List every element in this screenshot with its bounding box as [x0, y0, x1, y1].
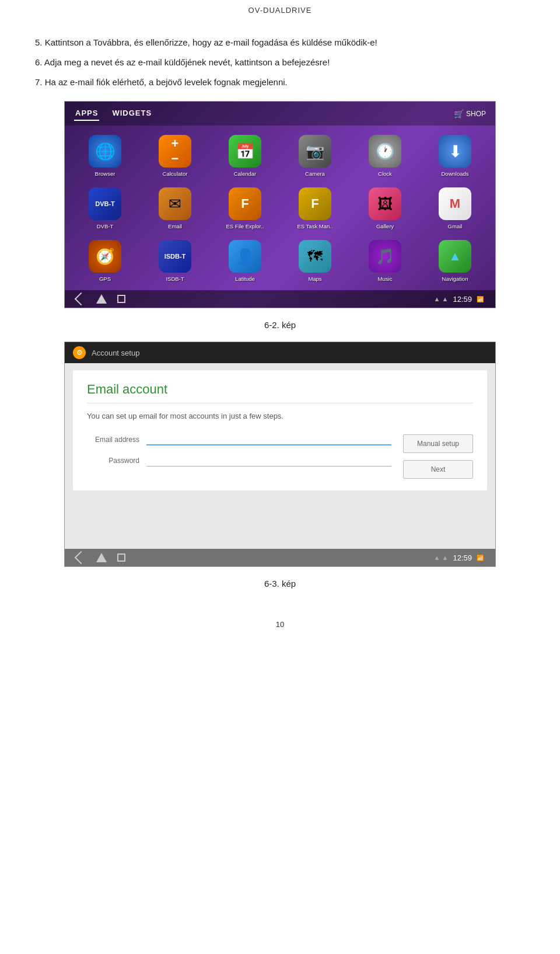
- figure-1-screenshot: APPS WIDGETS 🛒 SHOP 🌐 Browser: [64, 101, 496, 308]
- gmail-icon: M: [439, 187, 471, 220]
- gmail-label: Gmail: [448, 223, 463, 229]
- paragraph-5: 5. Kattintson a Továbbra, és ellenőrizze…: [35, 36, 525, 50]
- downloads-label: Downloads: [442, 170, 469, 177]
- bottom-nav-icons: [76, 294, 125, 304]
- figure-1-caption: 6-2. kép: [35, 320, 525, 330]
- email-fields: Email address Password: [87, 433, 391, 479]
- calendar-icon: 📅: [229, 135, 261, 168]
- tab-apps[interactable]: APPS: [74, 106, 99, 121]
- paragraph-6: 6. Adja meg a nevet és az e-mail küldőjé…: [35, 55, 525, 69]
- tab-widgets[interactable]: WIDGETS: [111, 106, 153, 121]
- maps-label: Maps: [308, 276, 321, 282]
- navigation-icon: ▲: [439, 240, 471, 273]
- figure-2-screenshot: ⚙ Account setup Email account You can se…: [64, 342, 496, 567]
- email-top-bar: ⚙ Account setup: [65, 342, 495, 363]
- email-label: Email: [168, 223, 182, 229]
- maps-icon: 🗺: [299, 240, 331, 273]
- next-button[interactable]: Next: [403, 460, 473, 479]
- page-number: 10: [0, 611, 560, 638]
- gallery-icon: 🖼: [369, 187, 401, 220]
- app-estask[interactable]: F ES Task Man..: [282, 184, 348, 233]
- app-camera[interactable]: 📷 Camera: [282, 131, 348, 180]
- email-form-content: Email account You can set up email for m…: [73, 370, 487, 490]
- clock-icon: 🕐: [369, 135, 401, 168]
- account-setup-title: Account setup: [92, 349, 139, 357]
- clock-display: 12:59: [453, 295, 472, 304]
- email-action-buttons: Manual setup Next: [403, 433, 473, 479]
- music-label: Music: [378, 276, 393, 282]
- email-form-area: Email address Password Manual setup Next: [87, 433, 473, 479]
- app-browser[interactable]: 🌐 Browser: [72, 131, 138, 180]
- calculator-icon: +−: [159, 135, 191, 168]
- navigation-label: Navigation: [442, 276, 468, 282]
- gps-icon: 🧭: [89, 240, 121, 273]
- password-label: Password: [87, 457, 139, 465]
- email-address-input[interactable]: [146, 433, 391, 445]
- status-area: ▲ ▲ 12:59 📶: [434, 295, 484, 304]
- latitude-icon: 👤: [229, 240, 261, 273]
- apps-grid: 🌐 Browser +− Calculator 📅 Calendar 📷 Cam…: [65, 126, 495, 290]
- app-navigation[interactable]: ▲ Navigation: [422, 236, 488, 285]
- manual-setup-button[interactable]: Manual setup: [403, 434, 473, 453]
- isdbt-label: ISDB-T: [166, 276, 184, 282]
- app-calculator[interactable]: +− Calculator: [142, 131, 208, 180]
- esfile-label: ES File Explor..: [226, 223, 264, 229]
- app-gmail[interactable]: M Gmail: [422, 184, 488, 233]
- esfile-icon: F: [229, 187, 261, 220]
- camera-icon: 📷: [299, 135, 331, 168]
- downloads-icon: ⬇: [439, 135, 471, 168]
- email-subtitle: You can set up email for most accounts i…: [87, 412, 473, 420]
- home-icon[interactable]: [96, 294, 107, 304]
- android-bottom-bar: ▲ ▲ 12:59 📶: [65, 290, 495, 308]
- app-isdbt[interactable]: ISDB-T ISDB-T: [142, 236, 208, 285]
- app-downloads[interactable]: ⬇ Downloads: [422, 131, 488, 180]
- estask-label: ES Task Man..: [297, 223, 332, 229]
- email-clock-display: 12:59: [453, 553, 472, 562]
- app-email[interactable]: ✉ Email: [142, 184, 208, 233]
- android-app-drawer: APPS WIDGETS 🛒 SHOP 🌐 Browser: [65, 102, 495, 308]
- app-esfile[interactable]: F ES File Explor..: [212, 184, 278, 233]
- app-clock[interactable]: 🕐 Clock: [352, 131, 418, 180]
- android-tabs: APPS WIDGETS: [74, 106, 153, 121]
- app-gps[interactable]: 🧭 GPS: [72, 236, 138, 285]
- figure-2-caption: 6-3. kép: [35, 579, 525, 589]
- camera-label: Camera: [305, 170, 325, 177]
- email-account-screen: ⚙ Account setup Email account You can se…: [65, 342, 495, 566]
- shop-button[interactable]: 🛒 SHOP: [454, 109, 486, 119]
- password-row: Password: [87, 455, 391, 466]
- recent-icon[interactable]: [117, 295, 125, 303]
- clock-label: Clock: [378, 170, 392, 177]
- app-latitude[interactable]: 👤 Latitude: [212, 236, 278, 285]
- recent-icon-2[interactable]: [117, 553, 125, 562]
- gallery-label: Gallery: [376, 223, 394, 229]
- app-maps[interactable]: 🗺 Maps: [282, 236, 348, 285]
- dvbt-label: DVB-T: [97, 223, 114, 229]
- browser-icon: 🌐: [89, 135, 121, 168]
- content-area: 5. Kattintson a Továbbra, és ellenőrizze…: [0, 18, 560, 611]
- email-icon: ✉: [159, 187, 191, 220]
- app-calendar[interactable]: 📅 Calendar: [212, 131, 278, 180]
- calendar-label: Calendar: [234, 170, 257, 177]
- back-icon-2[interactable]: [75, 551, 88, 565]
- app-dvbt[interactable]: DVB-T DVB-T: [72, 184, 138, 233]
- calculator-label: Calculator: [163, 170, 188, 177]
- isdbt-icon: ISDB-T: [159, 240, 191, 273]
- browser-label: Browser: [95, 170, 116, 177]
- document-title: OV-DUALDRIVE: [249, 6, 312, 15]
- app-music[interactable]: 🎵 Music: [352, 236, 418, 285]
- back-icon[interactable]: [75, 293, 88, 306]
- email-bottom-nav: [76, 553, 125, 562]
- app-gallery[interactable]: 🖼 Gallery: [352, 184, 418, 233]
- music-icon: 🎵: [369, 240, 401, 273]
- paragraph-7: 7. Ha az e-mail fiók elérhető, a bejövő …: [35, 75, 525, 89]
- account-setup-icon: ⚙: [73, 346, 86, 359]
- home-icon-2[interactable]: [96, 553, 107, 562]
- page-header: OV-DUALDRIVE: [0, 0, 560, 18]
- gps-label: GPS: [99, 276, 111, 282]
- email-address-row: Email address: [87, 433, 391, 445]
- email-account-heading: Email account: [87, 382, 473, 403]
- email-status-area: ▲ ▲ 12:59 📶: [434, 553, 484, 562]
- android-top-bar: APPS WIDGETS 🛒 SHOP: [65, 102, 495, 126]
- password-input[interactable]: [146, 455, 391, 466]
- email-bottom-bar: ▲ ▲ 12:59 📶: [65, 549, 495, 566]
